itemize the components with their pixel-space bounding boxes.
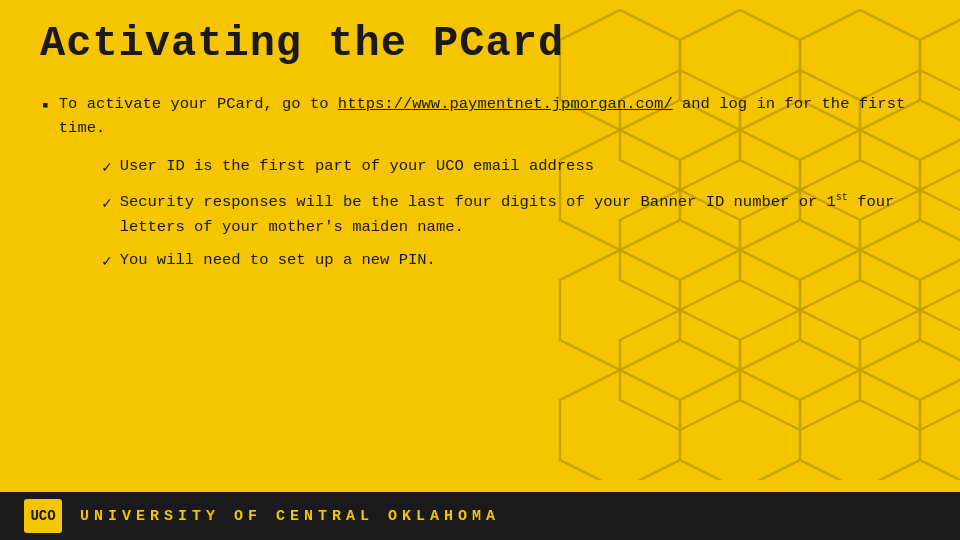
jpmorgan-link[interactable]: https://www.paymentnet.jpmorgan.com/ <box>338 95 673 113</box>
university-name: UNIVERSITY OF CENTRAL OKLAHOMA <box>80 508 500 525</box>
uco-logo-box: UCO <box>24 499 62 533</box>
check-icon-2: ✓ <box>102 192 112 218</box>
sub-bullet-text-1: User ID is the first part of your UCO em… <box>120 154 920 179</box>
sub-bullet-3: ✓ You will need to set up a new PIN. <box>102 248 920 276</box>
sub-bullet-1: ✓ User ID is the first part of your UCO … <box>102 154 920 182</box>
text-before-link: To activate your PCard, go to <box>59 95 338 113</box>
main-bullet: ▪ To activate your PCard, go to https://… <box>40 92 920 140</box>
main-content: Activating the PCard ▪ To activate your … <box>0 0 960 275</box>
page-title: Activating the PCard <box>40 20 920 68</box>
check-icon-1: ✓ <box>102 156 112 182</box>
main-bullet-text: To activate your PCard, go to https://ww… <box>59 92 920 140</box>
sub-bullets-list: ✓ User ID is the first part of your UCO … <box>102 154 920 275</box>
check-icon-3: ✓ <box>102 250 112 276</box>
bullet-icon: ▪ <box>40 93 51 121</box>
sub-bullet-2: ✓ Security responses will be the last fo… <box>102 190 920 240</box>
uco-logo: UCO <box>24 499 62 533</box>
sub-bullet-text-3: You will need to set up a new PIN. <box>120 248 920 273</box>
footer-bar: UCO UNIVERSITY OF CENTRAL OKLAHOMA <box>0 492 960 540</box>
main-bullet-section: ▪ To activate your PCard, go to https://… <box>40 92 920 275</box>
sub-bullet-text-2: Security responses will be the last four… <box>120 190 920 240</box>
